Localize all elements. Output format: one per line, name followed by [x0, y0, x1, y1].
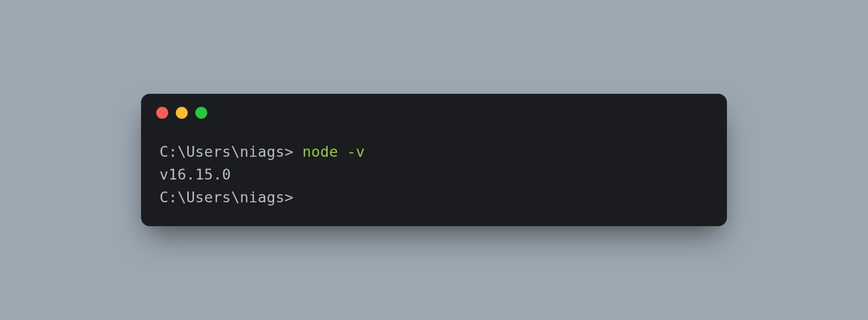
- window-titlebar: [141, 94, 727, 124]
- terminal-line: C:\Users\niags>: [159, 186, 709, 209]
- terminal-line: C:\Users\niags> node -v: [159, 140, 709, 163]
- output-text: v16.15.0: [159, 166, 231, 183]
- terminal-line: v16.15.0: [159, 163, 709, 186]
- command-text: node -v: [302, 143, 365, 160]
- maximize-icon[interactable]: [195, 107, 207, 119]
- minimize-icon[interactable]: [176, 107, 188, 119]
- close-icon[interactable]: [156, 107, 168, 119]
- terminal-window: C:\Users\niags> node -v v16.15.0 C:\User…: [141, 94, 727, 226]
- terminal-body[interactable]: C:\Users\niags> node -v v16.15.0 C:\User…: [141, 124, 727, 226]
- prompt: C:\Users\niags>: [159, 189, 293, 206]
- prompt: C:\Users\niags>: [159, 143, 302, 160]
